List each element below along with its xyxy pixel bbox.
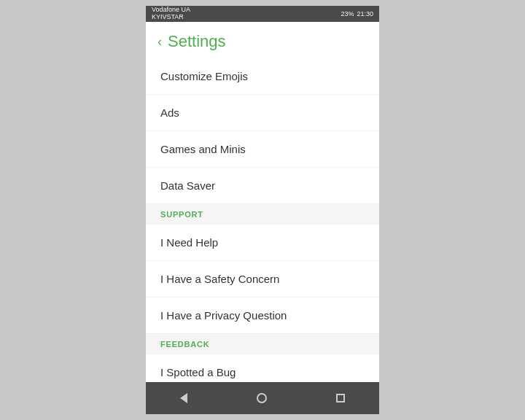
recent-square-icon bbox=[336, 394, 345, 402]
menu-item-customize-emojis[interactable]: Customize Emojis bbox=[146, 58, 379, 95]
status-bar: Vodafone UA KYIVSTAR 23% 21:30 bbox=[146, 6, 379, 22]
menu-item-ads[interactable]: Ads bbox=[146, 95, 379, 131]
nav-recent-button[interactable] bbox=[324, 388, 357, 408]
nav-bar bbox=[146, 382, 379, 414]
status-right: 23% 21:30 bbox=[341, 10, 373, 18]
section-header-support: SUPPORT bbox=[146, 204, 379, 225]
section-general: Customize Emojis Ads Games and Minis Dat… bbox=[146, 58, 379, 204]
home-circle-icon bbox=[257, 393, 267, 403]
back-triangle-icon bbox=[180, 393, 187, 403]
nav-back-button[interactable] bbox=[168, 387, 199, 409]
menu-item-i-have-a-privacy-question[interactable]: I Have a Privacy Question bbox=[146, 298, 379, 334]
page-title: Settings bbox=[168, 32, 226, 51]
menu-item-i-need-help[interactable]: I Need Help bbox=[146, 225, 379, 261]
network-name: KYIVSTAR bbox=[152, 14, 190, 21]
menu-item-i-have-a-safety-concern[interactable]: I Have a Safety Concern bbox=[146, 261, 379, 298]
back-arrow-icon[interactable]: ‹ bbox=[158, 35, 162, 48]
section-feedback: I Spotted a Bug I Have a Suggestion Made… bbox=[146, 354, 379, 382]
menu-item-games-and-minis[interactable]: Games and Minis bbox=[146, 131, 379, 168]
phone-frame: Vodafone UA KYIVSTAR 23% 21:30 ‹ Setting… bbox=[146, 6, 379, 414]
time-display: 21:30 bbox=[357, 10, 373, 18]
app-content: ‹ Settings Customize Emojis Ads Games an… bbox=[146, 22, 379, 382]
section-header-feedback: FEEDBACK bbox=[146, 334, 379, 354]
section-support: I Need Help I Have a Safety Concern I Ha… bbox=[146, 225, 379, 334]
nav-home-button[interactable] bbox=[245, 387, 279, 409]
menu-item-data-saver[interactable]: Data Saver bbox=[146, 168, 379, 204]
battery-level: 23% bbox=[341, 10, 354, 18]
menu-item-i-spotted-a-bug[interactable]: I Spotted a Bug bbox=[146, 354, 379, 382]
settings-header: ‹ Settings bbox=[146, 22, 379, 58]
carrier-info: Vodafone UA KYIVSTAR bbox=[152, 7, 190, 21]
